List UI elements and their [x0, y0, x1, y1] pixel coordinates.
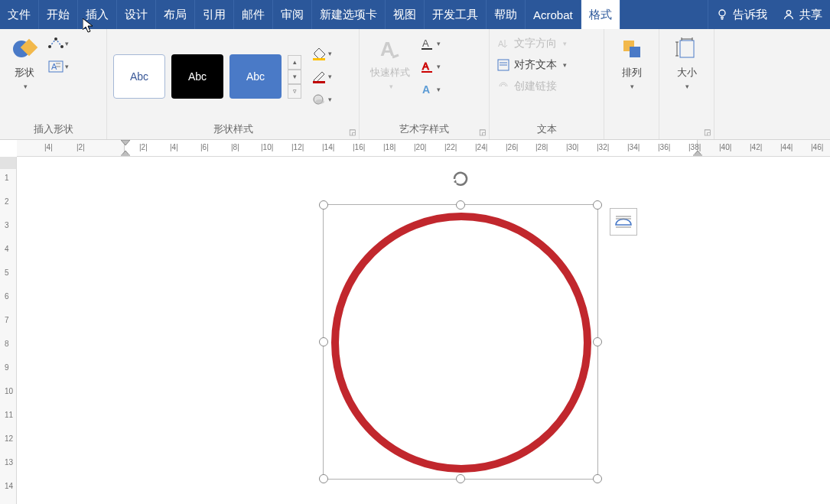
resize-handle[interactable] — [456, 200, 465, 210]
ruler-horizontal[interactable]: |4||2||2||4||6||8||10||12||14||16||18||2… — [17, 140, 830, 157]
quick-styles-button: A 快速样式 ▾ — [366, 34, 415, 92]
dialog-launcher-icon[interactable]: ◲ — [479, 128, 486, 136]
text-fill-button[interactable]: A▾ — [418, 34, 442, 54]
resize-handle[interactable] — [319, 200, 328, 210]
svg-rect-11 — [313, 58, 325, 60]
menu-mailings[interactable]: 邮件 — [234, 0, 273, 29]
person-icon — [783, 8, 795, 21]
group-shape-styles: Abc Abc Abc ▴ ▾ ▿ ▾ ▾ ▾ 形状样式◲ — [107, 29, 360, 139]
menu-design[interactable]: 设计 — [117, 0, 156, 29]
menu-home[interactable]: 开始 — [39, 0, 78, 29]
group-insert-shapes: 形状 ▾ ▾ A▾ 插入形状 — [0, 29, 107, 139]
layout-options-icon — [614, 214, 633, 229]
menu-review[interactable]: 审阅 — [273, 0, 312, 29]
resize-handle[interactable] — [319, 337, 328, 346]
dialog-launcher-icon[interactable]: ◲ — [704, 128, 711, 136]
pen-outline-icon — [311, 70, 327, 83]
circle-shape[interactable] — [331, 213, 591, 473]
text-box-button[interactable]: A▾ — [46, 57, 70, 76]
shapes-icon — [11, 35, 38, 63]
resize-handle[interactable] — [456, 474, 465, 483]
shape-outline-button[interactable]: ▾ — [309, 67, 334, 86]
ribbon: 形状 ▾ ▾ A▾ 插入形状 Abc Abc Abc ▴ ▾ ▿ — [0, 29, 830, 140]
group-label-size: ◲ — [666, 133, 708, 138]
menu-file[interactable]: 文件 — [0, 0, 39, 29]
tell-me[interactable]: 告诉我 — [708, 0, 775, 29]
menu-acrobat[interactable]: Acrobat — [526, 0, 581, 29]
first-line-indent-icon[interactable] — [121, 140, 130, 146]
text-effects-button[interactable]: A▾ — [418, 80, 442, 99]
style-preset-2[interactable]: Abc — [171, 54, 223, 99]
edit-shape-button[interactable]: ▾ — [46, 34, 70, 54]
menu-insert[interactable]: 插入 — [78, 0, 117, 29]
edit-points-icon — [48, 37, 63, 50]
group-size: 大小 ▾ ◲ — [659, 29, 714, 139]
wordart-icon: A — [376, 35, 404, 63]
svg-rect-17 — [422, 48, 432, 50]
svg-point-1 — [786, 11, 790, 15]
svg-rect-12 — [313, 81, 325, 83]
svg-rect-19 — [422, 71, 432, 73]
ruler-vertical[interactable]: 1234567891011121314 — [0, 157, 17, 504]
align-text-button[interactable]: 对齐文本▾ — [496, 55, 568, 75]
resize-handle[interactable] — [593, 474, 602, 483]
gallery-more-button[interactable]: ▿ — [288, 84, 301, 99]
svg-point-5 — [54, 37, 57, 41]
group-text: A文字方向▾ 对齐文本▾ 创建链接 文本 — [490, 29, 604, 139]
selection-box[interactable] — [323, 204, 598, 480]
menu-references[interactable]: 引用 — [195, 0, 234, 29]
text-outline-button[interactable]: A▾ — [418, 57, 442, 76]
svg-text:A: A — [422, 83, 430, 96]
align-text-icon — [497, 59, 509, 71]
group-label-wordart: 艺术字样式◲ — [366, 119, 483, 138]
layout-options-button[interactable] — [610, 208, 637, 236]
menu-newtab[interactable]: 新建选项卡 — [312, 0, 386, 29]
svg-rect-27 — [680, 41, 694, 57]
create-link-button: 创建链接 — [496, 76, 568, 96]
shape-style-gallery[interactable]: Abc Abc Abc ▴ ▾ ▿ — [113, 54, 301, 99]
group-label-arrange — [610, 133, 653, 138]
svg-point-6 — [60, 45, 63, 48]
shape-effects-button[interactable]: ▾ — [309, 89, 334, 109]
svg-text:A: A — [422, 37, 429, 49]
share-button[interactable]: 共享 — [775, 0, 830, 29]
style-preset-3[interactable]: Abc — [229, 54, 282, 99]
menu-format[interactable]: 格式 — [581, 0, 620, 29]
effects-icon — [311, 93, 327, 106]
gallery-down-button[interactable]: ▾ — [288, 70, 301, 84]
gallery-up-button[interactable]: ▴ — [288, 55, 301, 70]
size-icon — [673, 35, 701, 63]
menu-layout[interactable]: 布局 — [156, 0, 195, 29]
svg-rect-26 — [630, 47, 640, 57]
menu-bar: 文件 开始 插入 设计 布局 引用 邮件 审阅 新建选项卡 视图 开发工具 帮助… — [0, 0, 830, 29]
arrange-icon — [618, 35, 646, 63]
svg-text:A: A — [498, 39, 504, 48]
hanging-indent-icon[interactable] — [121, 148, 130, 156]
svg-rect-28 — [121, 154, 130, 156]
resize-handle[interactable] — [319, 474, 328, 483]
menu-help[interactable]: 帮助 — [487, 0, 526, 29]
svg-text:A: A — [422, 60, 429, 72]
style-preset-1[interactable]: Abc — [113, 54, 165, 99]
link-icon — [497, 80, 509, 93]
textbox-icon: A — [48, 60, 63, 73]
resize-handle[interactable] — [593, 337, 602, 346]
arrange-button[interactable]: 排列 ▾ — [614, 34, 650, 92]
document-canvas[interactable] — [17, 157, 830, 504]
svg-point-4 — [48, 45, 51, 48]
shapes-gallery-button[interactable]: 形状 ▾ — [6, 34, 43, 92]
shape-fill-button[interactable]: ▾ — [309, 44, 334, 63]
rotate-handle-icon[interactable] — [450, 168, 471, 190]
dialog-launcher-icon[interactable]: ◲ — [349, 128, 356, 136]
resize-handle[interactable] — [593, 200, 602, 210]
text-effects-icon: A — [420, 83, 435, 96]
right-indent-icon[interactable] — [693, 148, 702, 156]
text-direction-button: A文字方向▾ — [496, 34, 568, 54]
menu-view[interactable]: 视图 — [386, 0, 425, 29]
size-button[interactable]: 大小 ▾ — [669, 34, 705, 92]
svg-point-14 — [315, 99, 324, 104]
menu-developer[interactable]: 开发工具 — [425, 0, 487, 29]
svg-rect-29 — [693, 154, 702, 156]
lightbulb-icon — [716, 8, 728, 21]
text-outline-icon: A — [420, 60, 435, 73]
